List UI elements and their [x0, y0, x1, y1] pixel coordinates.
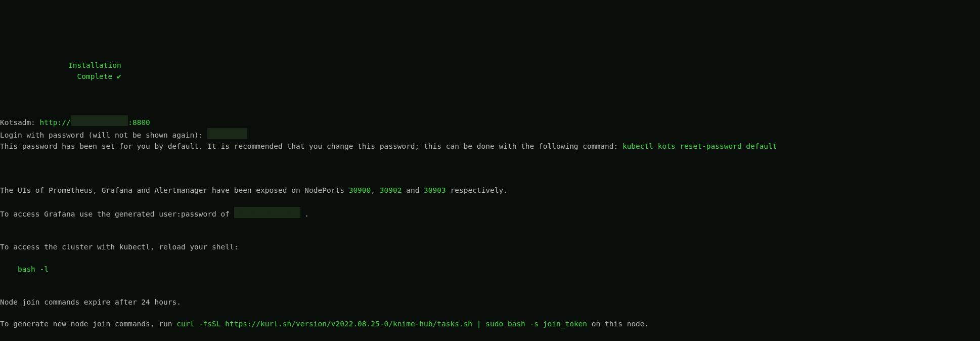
- terminal-output: Installation Complete ✔ Kotsadm: http://…: [0, 44, 980, 341]
- sep2: and: [402, 186, 424, 194]
- join-generate-command: curl -fsSL https://kurl.sh/version/v2022…: [176, 320, 587, 328]
- password-note-text: This password has been set for you by de…: [0, 142, 622, 150]
- header-line-2: Complete: [77, 72, 112, 80]
- header-line-1: Installation: [68, 61, 121, 69]
- grafana-prefix: To access Grafana use the generated user…: [0, 210, 234, 218]
- join-generate-suffix: on this node.: [587, 320, 649, 328]
- kubectl-text: To access the cluster with kubectl, relo…: [0, 243, 238, 251]
- check-icon: ✔: [117, 72, 121, 80]
- redacted-password: xxxxxxxxx: [207, 128, 247, 139]
- kotsadm-label: Kotsadm:: [0, 118, 40, 126]
- join-generate-prefix: To generate new node join commands, run: [0, 320, 176, 328]
- login-text: Login with password (will not be shown a…: [0, 131, 207, 139]
- port-prometheus: 30900: [349, 186, 371, 194]
- port-alertmanager: 30903: [424, 186, 446, 194]
- password-reset-command: kubectl kots reset-password default: [622, 142, 777, 150]
- grafana-suffix: .: [300, 210, 309, 218]
- nodeports-prefix: The UIs of Prometheus, Grafana and Alert…: [0, 186, 349, 194]
- sep1: ,: [371, 186, 379, 194]
- installation-header: Installation Complete ✔: [0, 55, 980, 82]
- port-grafana: 30902: [380, 186, 402, 194]
- nodeports-suffix: respectively.: [446, 186, 508, 194]
- redacted-grafana-creds: xxxxxxxxxxxxxxx: [234, 207, 300, 218]
- redacted-host: xxxxxxxxxxxxx: [71, 115, 128, 126]
- kotsadm-url-prefix: http://: [40, 118, 71, 126]
- kotsadm-url-suffix: :8800: [128, 118, 150, 126]
- bash-command: bash -l: [18, 265, 49, 273]
- join-expire: Node join commands expire after 24 hours…: [0, 298, 181, 306]
